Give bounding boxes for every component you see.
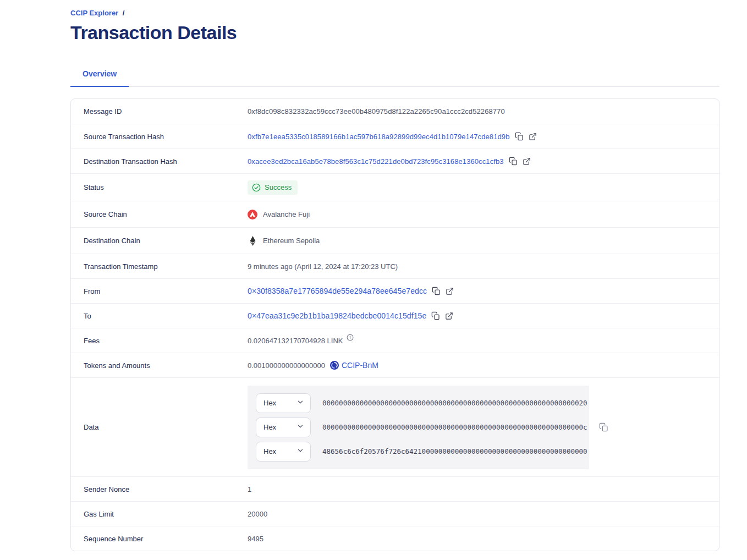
sequence-number-label: Sequence Number [84,535,248,543]
copy-icon [599,422,608,432]
breadcrumb-separator: / [123,9,125,17]
ethereum-icon [248,236,257,246]
data-format-select[interactable]: Hex [256,418,311,437]
source-tx-hash-link[interactable]: 0xfb7e1eea5335c018589166b1ac597b618a9289… [248,133,510,141]
data-line: Hex 48656c6c6f20576f726c6421000000000000… [256,442,581,462]
copy-data-button[interactable] [599,422,608,432]
row-to: To 0×47eaa31c9e2b1b1ba19824bedcbe0014c15… [71,303,719,328]
data-line: Hex 000000000000000000000000000000000000… [256,418,581,437]
breadcrumb: CCIP Explorer / [70,9,719,17]
copy-button[interactable] [431,311,440,320]
dest-chain-name: Ethereum Sepolia [263,237,320,245]
copy-button[interactable] [515,132,524,141]
external-link-button[interactable] [529,133,537,141]
row-gas-limit: Gas Limit 20000 [71,501,719,526]
transaction-details-card: Message ID 0xf8dc098c832332ac59ccc73ee00… [70,98,719,551]
avalanche-icon [248,210,257,219]
external-link-button[interactable] [445,312,453,320]
chevron-down-icon [296,422,304,432]
data-panel: Hex 000000000000000000000000000000000000… [248,386,589,469]
copy-button[interactable] [509,157,518,166]
source-chain-label: Source Chain [84,210,248,218]
row-from: From 0×30f8358a7e17765894de55e294a78ee64… [71,278,719,303]
source-tx-hash-label: Source Transaction Hash [84,133,248,141]
message-id-value: 0xf8dc098c832332ac59ccc73ee00b480975d8f1… [248,107,505,116]
fees-label: Fees [84,337,248,345]
data-line: Hex 000000000000000000000000000000000000… [256,393,581,413]
dest-chain-label: Destination Chain [84,237,248,245]
sender-nonce-label: Sender Nonce [84,485,248,493]
row-status: Status Success [71,173,719,201]
sender-nonce-value: 1 [248,485,251,493]
from-address-link[interactable]: 0×30f8358a7e17765894de55e294a78ee645e7ed… [248,287,427,295]
external-link-button[interactable] [523,157,531,166]
copy-icon [432,287,441,295]
data-format-value: Hex [263,447,276,455]
row-sender-nonce: Sender Nonce 1 [71,476,719,501]
gas-limit-label: Gas Limit [84,510,248,518]
copy-icon [431,311,440,320]
external-link-icon [446,287,454,295]
token-amount: 0.001000000000000000 [248,361,325,370]
row-source-chain: Source Chain Avalanche Fuji [71,201,719,227]
dest-tx-hash-label: Destination Transaction Hash [84,157,248,166]
page: CCIP Explorer / Transaction Details Over… [0,0,747,551]
timestamp-value: 9 minutes ago (April 12, 2024 at 17:20:2… [248,262,398,271]
data-format-select[interactable]: Hex [256,442,311,462]
timestamp-label: Transaction Timestamp [84,262,248,271]
row-message-id: Message ID 0xf8dc098c832332ac59ccc73ee00… [71,99,719,124]
data-format-select[interactable]: Hex [256,393,311,413]
tokens-label: Tokens and Amounts [84,361,248,370]
gas-limit-value: 20000 [248,510,267,518]
copy-icon [509,157,518,166]
row-dest-chain: Destination Chain Ethereum Sepolia [71,227,719,254]
from-label: From [84,287,248,295]
data-format-value: Hex [263,423,276,431]
row-source-tx-hash: Source Transaction Hash 0xfb7e1eea5335c0… [71,124,719,149]
breadcrumb-ccip-explorer-link[interactable]: CCIP Explorer [70,9,118,17]
data-hex-line: 0000000000000000000000000000000000000000… [322,423,587,431]
external-link-icon [523,157,531,166]
data-hex-line: 0000000000000000000000000000000000000000… [322,399,587,407]
row-data: Data Hex 0000000000000000000000000000000… [71,377,719,476]
external-link-icon [445,312,453,320]
ccip-bnm-token-icon [330,361,339,370]
status-text: Success [265,183,292,191]
tab-overview[interactable]: Overview [70,63,129,87]
copy-icon [515,132,524,141]
token-link[interactable]: CCIP-BnM [342,361,378,370]
data-hex-line: 48656c6c6f20576f726c64210000000000000000… [322,447,587,455]
chevron-down-icon [296,398,304,408]
row-timestamp: Transaction Timestamp 9 minutes ago (Apr… [71,254,719,278]
external-link-icon [529,133,537,141]
status-label: Status [84,183,248,191]
message-id-label: Message ID [84,107,248,116]
to-address-link[interactable]: 0×47eaa31c9e2b1b1ba19824bedcbe0014c15df1… [248,311,426,320]
fees-value: 0.020647132170704928 LINK [248,337,343,345]
chevron-down-icon [296,447,304,456]
data-format-value: Hex [263,399,276,407]
info-icon[interactable] [347,334,354,343]
data-label: Data [84,423,248,431]
row-tokens: Tokens and Amounts 0.001000000000000000 … [71,353,719,377]
source-chain-name: Avalanche Fuji [263,210,310,218]
copy-button[interactable] [432,287,441,295]
page-title: Transaction Details [70,22,719,43]
row-dest-tx-hash: Destination Transaction Hash 0xacee3ed2b… [71,149,719,173]
dest-tx-hash-link[interactable]: 0xacee3ed2bca16ab5e78be8f563c1c75d221de0… [248,157,504,166]
external-link-button[interactable] [446,287,454,295]
to-label: To [84,312,248,320]
sequence-number-value: 9495 [248,535,263,543]
row-sequence-number: Sequence Number 9495 [71,526,719,551]
row-fees: Fees 0.020647132170704928 LINK [71,328,719,353]
check-circle-icon [252,183,261,192]
status-badge: Success [248,180,298,195]
tab-bar: Overview [70,63,719,87]
